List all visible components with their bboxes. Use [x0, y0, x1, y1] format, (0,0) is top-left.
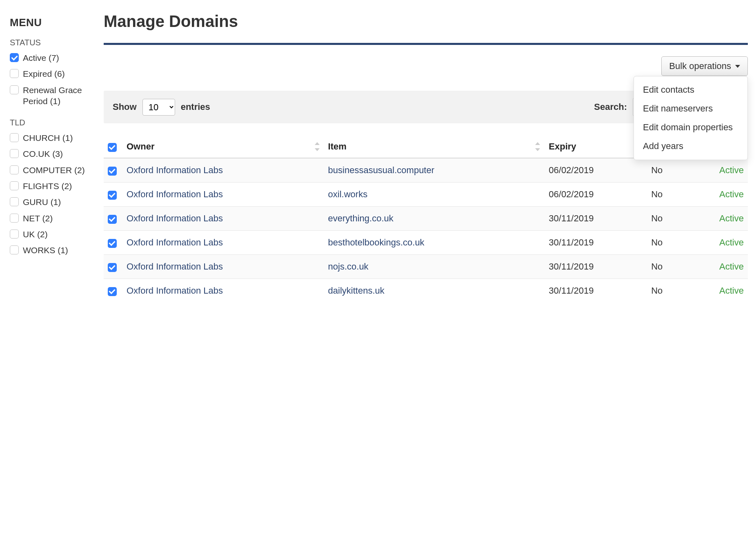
facet-item-status[interactable]: Active (7)	[10, 50, 96, 66]
facet-item-tld[interactable]: UK (2)	[10, 226, 96, 242]
facet-item-tld[interactable]: CO.UK (3)	[10, 146, 96, 162]
cell-col4: No	[647, 207, 685, 231]
checkbox[interactable]	[10, 53, 19, 62]
row-checkbox[interactable]	[108, 167, 117, 176]
checkbox[interactable]	[10, 245, 19, 254]
search-label: Search:	[594, 102, 627, 112]
checkbox[interactable]	[10, 133, 19, 142]
sort-icon	[534, 142, 541, 151]
checkbox[interactable]	[10, 181, 19, 190]
cell-col4: No	[647, 279, 685, 303]
table-row: Oxford Information Labsdailykittens.uk30…	[104, 279, 748, 303]
facet-label: CO.UK (3)	[23, 148, 63, 159]
table-row: Oxford Information Labseverything.co.uk3…	[104, 207, 748, 231]
cell-col4: No	[647, 183, 685, 207]
facet-item-tld[interactable]: COMPUTER (2)	[10, 162, 96, 178]
cell-status: Active	[685, 207, 748, 231]
facet-item-status[interactable]: Expired (6)	[10, 66, 96, 82]
row-checkbox[interactable]	[108, 287, 117, 296]
facet-label: GURU (1)	[23, 196, 61, 207]
cell-status: Active	[685, 279, 748, 303]
facet-label: WORKS (1)	[23, 245, 68, 256]
sidebar-title: MENU	[10, 16, 96, 29]
cell-status: Active	[685, 231, 748, 255]
facet-label: NET (2)	[23, 213, 53, 224]
bulk-menu-item[interactable]: Edit contacts	[634, 80, 747, 99]
bulk-operations-button[interactable]: Bulk operations	[661, 56, 748, 76]
checkbox[interactable]	[10, 197, 19, 206]
cell-owner[interactable]: Oxford Information Labs	[122, 279, 324, 303]
checkbox[interactable]	[10, 69, 19, 78]
facet-heading-status: STATUS	[10, 38, 96, 47]
bulk-operations-label: Bulk operations	[669, 61, 731, 71]
row-checkbox[interactable]	[108, 191, 117, 200]
select-all-checkbox[interactable]	[108, 143, 117, 152]
bulk-menu-item[interactable]: Edit domain properties	[634, 118, 747, 137]
facet-label: Renewal Grace Period (1)	[23, 85, 96, 107]
cell-item[interactable]: everything.co.uk	[324, 207, 545, 231]
facet-item-tld[interactable]: NET (2)	[10, 210, 96, 226]
bulk-menu-item[interactable]: Add years	[634, 137, 747, 156]
table-row: Oxford Information Labsnojs.co.uk30/11/2…	[104, 255, 748, 279]
checkbox[interactable]	[10, 214, 19, 223]
cell-expiry: 06/02/2019	[545, 158, 647, 183]
title-rule	[104, 43, 748, 45]
cell-owner[interactable]: Oxford Information Labs	[122, 255, 324, 279]
column-header-item[interactable]: Item	[324, 136, 545, 158]
domains-table: Owner Item Expiry	[104, 136, 748, 303]
cell-status: Active	[685, 158, 748, 183]
checkbox[interactable]	[10, 85, 19, 94]
facet-item-tld[interactable]: FLIGHTS (2)	[10, 178, 96, 194]
facet-item-tld[interactable]: GURU (1)	[10, 194, 96, 210]
page-title: Manage Domains	[104, 12, 748, 31]
facet-label: COMPUTER (2)	[23, 165, 85, 176]
facet-item-tld[interactable]: WORKS (1)	[10, 242, 96, 258]
cell-item[interactable]: oxil.works	[324, 183, 545, 207]
facet-label: UK (2)	[23, 229, 48, 240]
facet-item-status[interactable]: Renewal Grace Period (1)	[10, 82, 96, 109]
cell-item[interactable]: businessasusual.computer	[324, 158, 545, 183]
facet-item-tld[interactable]: CHURCH (1)	[10, 130, 96, 146]
cell-item[interactable]: besthotelbookings.co.uk	[324, 231, 545, 255]
table-row: Oxford Information Labsoxil.works06/02/2…	[104, 183, 748, 207]
column-header-expiry[interactable]: Expiry	[545, 136, 647, 158]
column-header-select[interactable]	[104, 136, 122, 158]
cell-owner[interactable]: Oxford Information Labs	[122, 158, 324, 183]
table-row: Oxford Information Labsbusinessasusual.c…	[104, 158, 748, 183]
facet-list-status: Active (7)Expired (6)Renewal Grace Perio…	[10, 50, 96, 109]
toolbar: Bulk operations Edit contactsEdit namese…	[104, 56, 748, 76]
show-label: Show	[113, 102, 137, 112]
cell-expiry: 30/11/2019	[545, 279, 647, 303]
table-row: Oxford Information Labsbesthotelbookings…	[104, 231, 748, 255]
entries-label: entries	[181, 102, 210, 112]
main-content: Manage Domains Bulk operations Edit cont…	[96, 8, 748, 303]
facet-list-tld: CHURCH (1)CO.UK (3)COMPUTER (2)FLIGHTS (…	[10, 130, 96, 258]
cell-expiry: 06/02/2019	[545, 183, 647, 207]
cell-status: Active	[685, 183, 748, 207]
bulk-menu-item[interactable]: Edit nameservers	[634, 99, 747, 118]
cell-col4: No	[647, 255, 685, 279]
facet-label: CHURCH (1)	[23, 132, 73, 143]
cell-expiry: 30/11/2019	[545, 207, 647, 231]
cell-status: Active	[685, 255, 748, 279]
page-size-select[interactable]: 10	[142, 99, 175, 116]
sidebar: MENU STATUS Active (7)Expired (6)Renewal…	[10, 8, 96, 303]
column-header-owner[interactable]: Owner	[122, 136, 324, 158]
bulk-operations-menu: Edit contactsEdit nameserversEdit domain…	[634, 76, 748, 160]
cell-owner[interactable]: Oxford Information Labs	[122, 183, 324, 207]
checkbox[interactable]	[10, 230, 19, 239]
facet-label: Active (7)	[23, 52, 59, 63]
cell-item[interactable]: dailykittens.uk	[324, 279, 545, 303]
checkbox[interactable]	[10, 165, 19, 174]
row-checkbox[interactable]	[108, 263, 117, 272]
cell-col4: No	[647, 158, 685, 183]
cell-item[interactable]: nojs.co.uk	[324, 255, 545, 279]
row-checkbox[interactable]	[108, 239, 117, 248]
cell-expiry: 30/11/2019	[545, 231, 647, 255]
caret-down-icon	[735, 65, 740, 68]
checkbox[interactable]	[10, 149, 19, 158]
cell-owner[interactable]: Oxford Information Labs	[122, 231, 324, 255]
cell-owner[interactable]: Oxford Information Labs	[122, 207, 324, 231]
facet-heading-tld: TLD	[10, 118, 96, 127]
row-checkbox[interactable]	[108, 215, 117, 224]
